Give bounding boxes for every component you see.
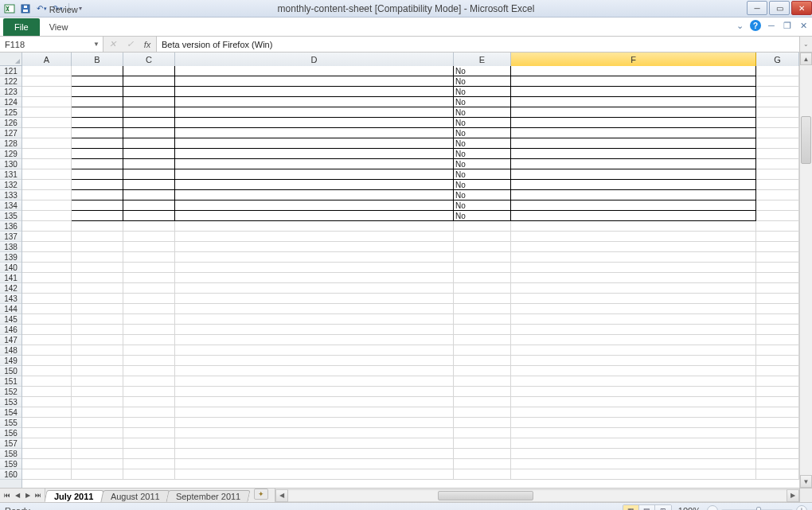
cell[interactable]	[175, 438, 454, 449]
cell[interactable]	[123, 407, 175, 418]
cell[interactable]	[72, 200, 123, 211]
cell[interactable]	[22, 387, 72, 397]
row-header[interactable]: 143	[0, 294, 21, 304]
cell[interactable]	[454, 325, 511, 335]
cell[interactable]	[22, 366, 72, 376]
cell[interactable]	[756, 325, 799, 335]
next-sheet-icon[interactable]: ▶	[22, 489, 33, 502]
column-header-F[interactable]: F	[511, 53, 756, 66]
cell[interactable]	[756, 138, 799, 149]
cell[interactable]	[22, 294, 72, 304]
cell[interactable]: No	[454, 128, 511, 138]
cell[interactable]	[511, 335, 756, 345]
column-header-E[interactable]: E	[454, 53, 511, 66]
cell[interactable]	[123, 294, 175, 304]
select-all-corner[interactable]	[0, 53, 22, 66]
cell[interactable]	[123, 449, 175, 459]
cell[interactable]	[511, 345, 756, 356]
cells-area[interactable]: NoNoNoNoNoNoNoNoNoNoNoNoNoNoNo	[22, 66, 799, 488]
cell[interactable]	[454, 407, 511, 418]
cell[interactable]	[123, 469, 175, 480]
cell[interactable]	[123, 180, 175, 190]
cell[interactable]	[123, 169, 175, 180]
cell[interactable]	[72, 449, 123, 459]
cell[interactable]	[22, 273, 72, 283]
row-header[interactable]: 124	[0, 97, 21, 107]
minimize-button[interactable]: ─	[747, 1, 767, 15]
cell[interactable]: No	[454, 149, 511, 159]
cell[interactable]	[72, 335, 123, 345]
cell[interactable]: No	[454, 169, 511, 180]
cell[interactable]	[72, 469, 123, 480]
row-header[interactable]: 129	[0, 149, 21, 159]
cell[interactable]	[123, 159, 175, 169]
cell[interactable]	[22, 159, 72, 169]
page-break-view-icon[interactable]: ⊞	[655, 505, 671, 511]
cell[interactable]	[123, 283, 175, 294]
workbook-restore-icon[interactable]: ❐	[782, 20, 793, 31]
cell[interactable]	[454, 242, 511, 252]
cell[interactable]	[22, 200, 72, 211]
cell[interactable]	[756, 211, 799, 221]
cell[interactable]	[511, 221, 756, 232]
cell[interactable]	[175, 138, 454, 149]
scroll-right-icon[interactable]: ▶	[787, 489, 799, 502]
cell[interactable]	[175, 294, 454, 304]
cell[interactable]	[756, 376, 799, 387]
cell[interactable]	[123, 221, 175, 232]
cell[interactable]	[72, 376, 123, 387]
cell[interactable]	[454, 294, 511, 304]
cell[interactable]	[511, 366, 756, 376]
expand-formula-bar-icon[interactable]: ⌄	[799, 37, 812, 52]
cell[interactable]	[756, 459, 799, 469]
cell[interactable]	[511, 180, 756, 190]
cell[interactable]	[72, 438, 123, 449]
cell[interactable]	[511, 438, 756, 449]
cell[interactable]	[22, 138, 72, 149]
cell[interactable]	[756, 449, 799, 459]
cell[interactable]	[72, 107, 123, 118]
cell[interactable]	[123, 273, 175, 283]
cell[interactable]: No	[454, 107, 511, 118]
cell[interactable]	[123, 376, 175, 387]
cell[interactable]	[454, 418, 511, 428]
row-header[interactable]: 150	[0, 366, 21, 376]
cell[interactable]	[123, 138, 175, 149]
cell[interactable]	[123, 356, 175, 366]
row-header[interactable]: 137	[0, 232, 21, 242]
cell[interactable]: No	[454, 87, 511, 97]
cell[interactable]	[72, 87, 123, 97]
cell[interactable]	[511, 118, 756, 128]
cell[interactable]	[123, 76, 175, 87]
cell[interactable]	[175, 314, 454, 325]
cell[interactable]	[22, 449, 72, 459]
column-header-C[interactable]: C	[123, 53, 175, 66]
cell[interactable]	[756, 107, 799, 118]
horizontal-scroll-track[interactable]	[288, 489, 787, 502]
cell[interactable]	[756, 366, 799, 376]
cell[interactable]	[175, 190, 454, 200]
cell[interactable]	[511, 459, 756, 469]
cell[interactable]	[123, 87, 175, 97]
cell[interactable]	[123, 418, 175, 428]
cell[interactable]	[22, 325, 72, 335]
cell[interactable]	[511, 356, 756, 366]
cell[interactable]	[511, 159, 756, 169]
cell[interactable]	[756, 252, 799, 263]
cell[interactable]	[123, 200, 175, 211]
cell[interactable]	[72, 263, 123, 273]
cell[interactable]	[454, 438, 511, 449]
cell[interactable]	[756, 242, 799, 252]
cell[interactable]	[756, 294, 799, 304]
cell[interactable]	[72, 283, 123, 294]
cell[interactable]	[72, 66, 123, 76]
close-button[interactable]: ✕	[791, 1, 812, 15]
cell[interactable]	[756, 356, 799, 366]
cell[interactable]	[511, 418, 756, 428]
sheet-tab[interactable]: August 2011	[100, 490, 170, 502]
cell[interactable]	[511, 304, 756, 314]
save-icon[interactable]	[19, 2, 32, 15]
row-header[interactable]: 160	[0, 469, 21, 480]
cell[interactable]	[175, 273, 454, 283]
sheet-tab[interactable]: September 2011	[166, 490, 252, 502]
